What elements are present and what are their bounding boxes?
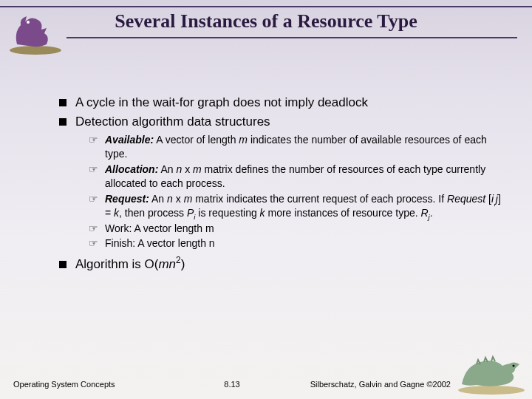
footer-right: Silberschatz, Galvin and Gagne ©2002 [310,380,451,389]
sub-1-text: Available: A vector of length m indicate… [105,133,502,161]
bullet-1-text: A cycle in the wait-for graph does not i… [75,95,368,111]
sub-5-text: Finish: A vector length n [105,236,502,250]
sub-bullet-5: ☞ Finish: A vector length n [89,236,502,250]
square-bullet-icon [59,261,66,268]
bullet-2: Detection algorithm data structures [59,114,502,130]
footer: Operating System Concepts 8.13 Silbersch… [13,380,451,389]
pointer-icon: ☞ [89,192,99,206]
slide: Several Instances of a Resource Type A c… [0,0,532,399]
sub-4-text: Work: A vector length m [105,222,502,236]
bullet-1: A cycle in the wait-for graph does not i… [59,95,502,111]
footer-left: Operating System Concepts [13,380,115,389]
sub-bullet-2: ☞ Allocation: An n x m matrix defines th… [89,163,502,191]
pointer-icon: ☞ [89,163,99,177]
sub-bullet-3: ☞ Request: An n x m matrix indicates the… [89,192,502,220]
pointer-icon: ☞ [89,222,99,236]
sub-bullet-1: ☞ Available: A vector of length m indica… [89,133,502,161]
pointer-icon: ☞ [89,236,99,250]
svg-point-3 [513,365,515,367]
pointer-icon: ☞ [89,133,99,147]
sub-2-text: Allocation: An n x m matrix defines the … [105,163,502,191]
bullet-3: Algorithm is O(mn2) [59,256,502,273]
square-bullet-icon [59,118,66,126]
slide-title: Several Instances of a Resource Type [0,10,532,33]
bullet-2-text: Detection algorithm data structures [75,114,270,130]
sub-3-text: Request: An n x m matrix indicates the c… [105,192,502,220]
sub-bullet-4: ☞ Work: A vector length m [89,222,502,236]
square-bullet-icon [59,99,66,106]
bullet-3-text: Algorithm is O(mn2) [75,256,185,273]
footer-page-number: 8.13 [224,380,239,389]
title-underline [66,37,517,38]
top-rule [0,6,532,7]
content-area: A cycle in the wait-for graph does not i… [59,95,502,276]
dino-right-image [454,344,528,395]
svg-point-0 [10,46,61,55]
svg-point-2 [458,386,525,395]
